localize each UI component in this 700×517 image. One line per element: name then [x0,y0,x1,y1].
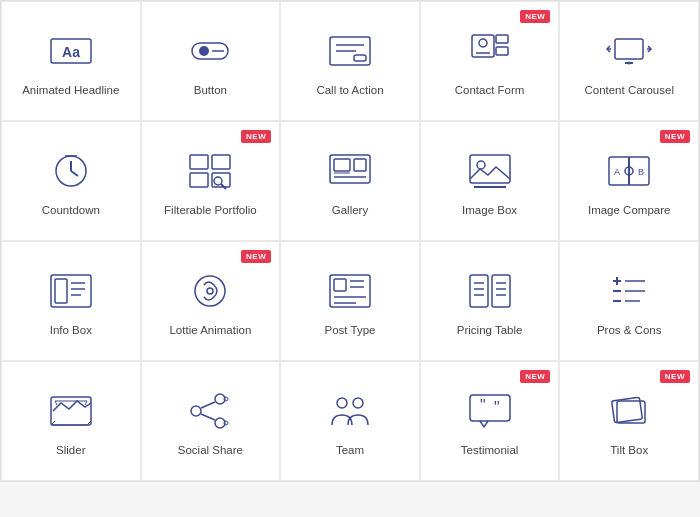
animated-headline-label: Animated Headline [22,83,119,98]
countdown-icon [44,149,98,193]
pricing-table-label: Pricing Table [457,323,523,338]
animated-headline-icon: Aa [44,29,98,73]
card-call-to-action[interactable]: Call to Action [280,1,420,121]
card-animated-headline[interactable]: AaAnimated Headline [1,1,141,121]
pros-cons-icon [602,269,656,313]
call-to-action-icon [323,29,377,73]
contact-form-icon [463,29,517,73]
svg-rect-34 [470,155,510,183]
lottie-animation-label: Lottie Animation [169,323,251,338]
card-team[interactable]: Team [280,361,420,481]
gallery-icon [323,149,377,193]
card-filterable-portfolio[interactable]: NEWFilterable Portfolio [141,121,281,241]
contact-form-label: Contact Form [455,83,525,98]
svg-point-3 [199,46,209,56]
svg-point-71 [191,406,201,416]
svg-point-48 [207,288,213,294]
image-box-icon [463,149,517,193]
pricing-table-icon [463,269,517,313]
testimonial-label: Testimonial [461,443,519,458]
svg-rect-24 [212,155,230,169]
svg-rect-23 [190,155,208,169]
new-badge: NEW [660,130,690,143]
card-social-share[interactable]: Social Share [141,361,281,481]
svg-rect-43 [55,279,67,303]
new-badge: NEW [241,130,271,143]
filterable-portfolio-label: Filterable Portfolio [164,203,257,218]
content-carousel-icon [602,29,656,73]
card-pricing-table[interactable]: Pricing Table [420,241,560,361]
svg-text:A: A [614,167,620,177]
call-to-action-label: Call to Action [316,83,383,98]
svg-point-78 [337,398,347,408]
post-type-icon [323,269,377,313]
team-icon [323,389,377,433]
svg-rect-50 [334,279,346,291]
widget-grid: AaAnimated HeadlineButtonCall to ActionN… [0,0,700,482]
testimonial-icon: "" [463,389,517,433]
new-badge: NEW [660,370,690,383]
card-lottie-animation[interactable]: NEWLottie Animation [141,241,281,361]
card-tilt-box[interactable]: NEWTilt Box [559,361,699,481]
svg-rect-25 [190,173,208,187]
slider-icon [44,389,98,433]
svg-rect-55 [470,275,488,307]
lottie-animation-icon [183,269,237,313]
svg-rect-13 [496,47,508,55]
card-button[interactable]: Button [141,1,281,121]
svg-rect-42 [51,275,91,307]
image-compare-label: Image Compare [588,203,670,218]
pros-cons-label: Pros & Cons [597,323,662,338]
svg-line-74 [201,402,215,408]
tilt-box-label: Tilt Box [610,443,648,458]
svg-rect-80 [470,395,510,421]
gallery-label: Gallery [332,203,368,218]
card-content-carousel[interactable]: Content Carousel [559,1,699,121]
social-share-icon [183,389,237,433]
slider-label: Slider [56,443,85,458]
team-label: Team [336,443,364,458]
svg-rect-30 [334,159,350,171]
info-box-icon [44,269,98,313]
tilt-box-icon [602,389,656,433]
card-countdown[interactable]: Countdown [1,121,141,241]
card-image-box[interactable]: Image Box [420,121,560,241]
countdown-label: Countdown [42,203,100,218]
image-box-label: Image Box [462,203,517,218]
svg-rect-8 [354,55,366,61]
svg-text:": " [480,397,486,414]
svg-rect-14 [615,39,643,59]
card-pros-cons[interactable]: Pros & Cons [559,241,699,361]
card-info-box[interactable]: Info Box [1,241,141,361]
filterable-portfolio-icon [183,149,237,193]
svg-rect-12 [496,35,508,43]
new-badge: NEW [520,370,550,383]
svg-line-75 [201,414,215,420]
new-badge: NEW [241,250,271,263]
svg-rect-56 [492,275,510,307]
button-icon [183,29,237,73]
card-post-type[interactable]: Post Type [280,241,420,361]
svg-point-47 [195,276,225,306]
svg-point-35 [477,161,485,169]
svg-line-21 [71,171,78,176]
svg-text:Aa: Aa [62,44,80,60]
button-label: Button [194,83,227,98]
card-testimonial[interactable]: NEW""Testimonial [420,361,560,481]
info-box-label: Info Box [50,323,92,338]
svg-text:B: B [638,167,644,177]
post-type-label: Post Type [325,323,376,338]
svg-point-79 [353,398,363,408]
card-contact-form[interactable]: NEWContact Form [420,1,560,121]
image-compare-icon: AB [602,149,656,193]
svg-point-10 [479,39,487,47]
content-carousel-label: Content Carousel [584,83,674,98]
svg-text:": " [494,399,500,416]
social-share-label: Social Share [178,443,243,458]
svg-point-27 [214,177,222,185]
card-slider[interactable]: Slider [1,361,141,481]
svg-rect-31 [354,159,366,171]
svg-point-18 [628,61,631,64]
card-image-compare[interactable]: NEWABImage Compare [559,121,699,241]
card-gallery[interactable]: Gallery [280,121,420,241]
